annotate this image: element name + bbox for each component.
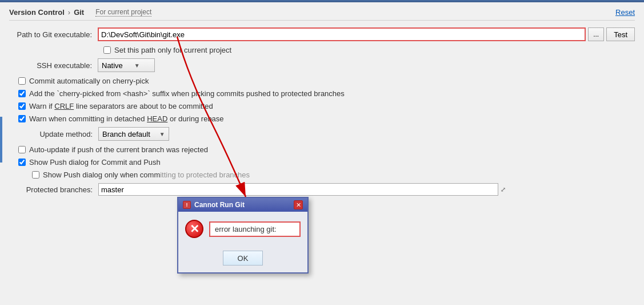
ssh-dropdown-arrow: ▼ (134, 62, 140, 69)
left-accent-bar (0, 117, 2, 163)
commit-auto-row: Commit automatically on cherry-pick (9, 77, 635, 85)
set-path-checkbox[interactable] (103, 46, 111, 54)
commit-auto-checkbox[interactable] (18, 77, 26, 85)
show-push-row: Show Push dialog for Commit and Push (9, 158, 635, 167)
ssh-row: SSH executable: Native ▼ (9, 58, 635, 72)
dialog-title-icon: ! (183, 201, 191, 209)
detached-head-checkbox[interactable] (18, 115, 26, 122)
cherry-pick-row: Add the `cherry-picked from <hash>` suff… (9, 89, 635, 98)
dialog-title: Cannot Run Git (194, 201, 245, 209)
cherry-pick-label: Add the `cherry-picked from <hash>` suff… (29, 89, 345, 98)
error-icon: ✕ (185, 220, 203, 238)
ssh-dropdown[interactable]: Native ▼ (98, 58, 155, 72)
update-method-label: Update method: (18, 130, 98, 138)
dialog-ok-button[interactable]: OK (223, 251, 263, 266)
commit-auto-label: Commit automatically on cherry-pick (29, 77, 149, 85)
protected-branches-row: Protected branches: ⤢ (9, 183, 635, 196)
cherry-pick-checkbox[interactable] (18, 90, 26, 97)
update-dropdown-arrow: ▼ (159, 131, 165, 137)
ssh-label: SSH executable: (9, 61, 98, 70)
breadcrumb-root: Version Control (9, 8, 65, 17)
crlf-row: Warn if CRLF line separators are about t… (9, 102, 635, 110)
show-push-sub-label: Show Push dialog only when committing to… (43, 171, 250, 179)
auto-update-checkbox[interactable] (18, 146, 26, 153)
crlf-label: Warn if CRLF line separators are about t… (29, 102, 213, 110)
browse-button[interactable]: ... (588, 27, 604, 41)
path-to-git-row: Path to Git executable: ... Test (9, 27, 635, 41)
breadcrumb-child: Git (74, 8, 84, 17)
detached-head-label: Warn when committing in detached HEAD or… (29, 114, 224, 123)
update-method-row: Update method: Branch default ▼ (9, 127, 635, 141)
for-current-project-link[interactable]: For current project (95, 8, 151, 17)
crlf-checkbox[interactable] (18, 102, 26, 110)
auto-update-label: Auto-update if push of the current branc… (29, 145, 208, 154)
detached-head-row: Warn when committing in detached HEAD or… (9, 114, 635, 123)
error-message-text: error launching git: (215, 225, 277, 233)
cannot-run-git-dialog: ! Cannot Run Git ✕ ✕ error launching git… (177, 197, 309, 274)
breadcrumb: Version Control › Git (9, 8, 84, 17)
auto-update-row: Auto-update if push of the current branc… (9, 145, 635, 154)
error-message-box: error launching git: (209, 221, 301, 237)
crlf-abbr: CRLF (54, 102, 74, 110)
set-path-label: Set this path only for current project (114, 46, 231, 54)
update-method-value: Branch default (102, 130, 150, 138)
dialog-close-button[interactable]: ✕ (294, 200, 303, 209)
show-push-sub-row: Show Push dialog only when committing to… (9, 171, 635, 179)
breadcrumb-row: Version Control › Git For current projec… (9, 8, 635, 21)
show-push-checkbox[interactable] (18, 159, 26, 166)
head-abbr: HEAD (147, 114, 167, 123)
reset-button[interactable]: Reset (615, 8, 635, 17)
protected-label: Protected branches: (18, 185, 98, 194)
update-method-dropdown[interactable]: Branch default ▼ (98, 127, 169, 141)
expand-icon[interactable]: ⤢ (501, 186, 506, 193)
ssh-value: Native (102, 61, 123, 70)
test-button[interactable]: Test (606, 27, 635, 41)
show-push-sub-checkbox[interactable] (32, 171, 39, 179)
show-push-label: Show Push dialog for Commit and Push (29, 158, 161, 167)
git-path-input[interactable] (98, 27, 586, 41)
path-input-wrapper: ... Test (98, 27, 635, 41)
protected-branches-input[interactable] (98, 183, 498, 196)
breadcrumb-separator: › (68, 8, 70, 17)
set-path-checkbox-row: Set this path only for current project (9, 46, 635, 54)
dialog-title-bar: ! Cannot Run Git ✕ (178, 198, 307, 212)
dialog-footer: OK (178, 246, 307, 272)
dialog-content: ✕ error launching git: (178, 212, 307, 246)
path-label: Path to Git executable: (9, 30, 98, 39)
